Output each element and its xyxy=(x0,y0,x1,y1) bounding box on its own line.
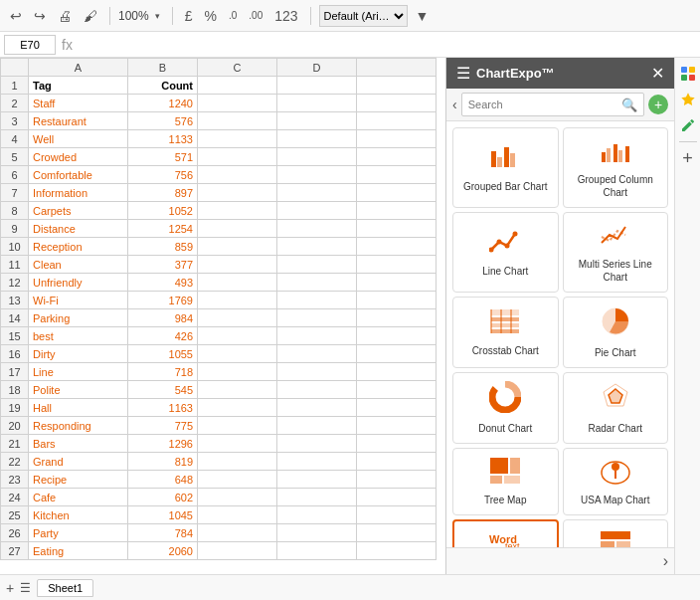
cell-empty[interactable] xyxy=(357,524,437,542)
cell-empty[interactable] xyxy=(198,327,277,345)
chart-item-partition[interactable]: Partition Chart xyxy=(563,519,669,547)
cell-empty[interactable] xyxy=(198,489,277,506)
cell-empty[interactable] xyxy=(277,345,357,363)
cell-empty[interactable] xyxy=(277,417,357,435)
cell-b[interactable]: 1052 xyxy=(128,202,198,220)
cell-a[interactable]: Eating xyxy=(29,542,128,560)
cell-b[interactable]: 1254 xyxy=(128,220,198,238)
panel-menu-btn[interactable]: ☰ xyxy=(456,64,470,83)
cell-a[interactable]: Bars xyxy=(29,435,128,453)
cell-empty[interactable] xyxy=(277,77,357,95)
chart-item-radar[interactable]: Radar Chart xyxy=(563,372,669,444)
cell-empty[interactable] xyxy=(357,417,437,435)
chart-item-treemap[interactable]: Tree Map xyxy=(452,448,559,515)
cell-empty[interactable] xyxy=(277,453,357,471)
cell-empty[interactable] xyxy=(198,148,277,166)
cell-empty[interactable] xyxy=(357,345,437,363)
cell-a[interactable]: Line xyxy=(29,363,128,381)
add-chart-btn[interactable]: + xyxy=(648,95,668,114)
cell-empty[interactable] xyxy=(357,309,437,327)
cell-b[interactable]: 1769 xyxy=(128,292,198,309)
cell-b[interactable]: 377 xyxy=(128,256,198,274)
currency-btn[interactable]: £ xyxy=(181,6,197,26)
cell-empty[interactable] xyxy=(357,471,437,489)
cell-a[interactable]: Cafe xyxy=(29,489,128,506)
sheet-tab[interactable]: Sheet1 xyxy=(37,579,93,597)
cell-b[interactable]: 1045 xyxy=(128,506,198,524)
cell-empty[interactable] xyxy=(357,381,437,399)
cell-empty[interactable] xyxy=(198,202,277,220)
cell-empty[interactable] xyxy=(198,399,277,417)
gs-pencil-icon-btn[interactable] xyxy=(676,113,700,137)
cell-empty[interactable] xyxy=(357,363,437,381)
cell-a[interactable]: Staff xyxy=(29,95,128,112)
search-input[interactable] xyxy=(468,99,617,110)
cell-b[interactable]: 756 xyxy=(128,166,198,184)
cell-empty[interactable] xyxy=(198,77,277,95)
cell-empty[interactable] xyxy=(277,489,357,506)
cell-empty[interactable] xyxy=(277,506,357,524)
cell-empty[interactable] xyxy=(277,112,357,130)
cell-empty[interactable] xyxy=(357,130,437,148)
cell-empty[interactable] xyxy=(357,292,437,309)
cell-empty[interactable] xyxy=(198,453,277,471)
cell-a[interactable]: Dirty xyxy=(29,345,128,363)
cell-b[interactable]: 2060 xyxy=(128,542,198,560)
cell-empty[interactable] xyxy=(357,506,437,524)
cell-empty[interactable] xyxy=(357,435,437,453)
cell-a[interactable]: Party xyxy=(29,524,128,542)
cell-a[interactable]: Distance xyxy=(29,220,128,238)
cell-b[interactable]: 602 xyxy=(128,489,198,506)
cell-empty[interactable] xyxy=(277,166,357,184)
cell-empty[interactable] xyxy=(277,381,357,399)
cell-a[interactable]: best xyxy=(29,327,128,345)
cell-b[interactable]: 1133 xyxy=(128,130,198,148)
chart-item-donut[interactable]: Donut Chart xyxy=(452,372,559,444)
cell-empty[interactable] xyxy=(277,327,357,345)
cell-empty[interactable] xyxy=(357,166,437,184)
cell-empty[interactable] xyxy=(277,130,357,148)
cell-empty[interactable] xyxy=(277,292,357,309)
format-number-btn[interactable]: 123 xyxy=(270,6,301,26)
cell-empty[interactable] xyxy=(277,95,357,112)
cell-empty[interactable] xyxy=(198,95,277,112)
cell-empty[interactable] xyxy=(357,112,437,130)
cell-b[interactable]: 426 xyxy=(128,327,198,345)
cell-empty[interactable] xyxy=(277,238,357,256)
cell-a[interactable]: Parking xyxy=(29,309,128,327)
cell-empty[interactable] xyxy=(357,453,437,471)
cell-empty[interactable] xyxy=(198,417,277,435)
undo-btn[interactable]: ↩ xyxy=(6,6,26,26)
chart-item-pie[interactable]: Pie Chart xyxy=(563,297,669,368)
more-btn[interactable]: ▼ xyxy=(412,6,434,26)
cell-empty[interactable] xyxy=(277,524,357,542)
cell-b[interactable]: 859 xyxy=(128,238,198,256)
cell-empty[interactable] xyxy=(198,130,277,148)
cell-a[interactable]: Tag xyxy=(29,77,128,95)
chart-item-word-cloud[interactable]: WordcloudtextWord Cloud Chart xyxy=(452,519,559,547)
gs-grid-icon-btn[interactable] xyxy=(676,62,700,86)
print-btn[interactable]: 🖨 xyxy=(54,6,76,26)
cell-empty[interactable] xyxy=(277,435,357,453)
cell-empty[interactable] xyxy=(198,292,277,309)
cell-empty[interactable] xyxy=(198,112,277,130)
cell-a[interactable]: Hall xyxy=(29,399,128,417)
cell-a[interactable]: Polite xyxy=(29,381,128,399)
cell-a[interactable]: Clean xyxy=(29,256,128,274)
cell-a[interactable]: Restaurant xyxy=(29,112,128,130)
cell-empty[interactable] xyxy=(277,184,357,202)
chart-item-crosstab[interactable]: Crosstab Chart xyxy=(452,297,559,368)
chart-item-grouped-column[interactable]: Grouped Column Chart xyxy=(563,127,669,208)
cell-b[interactable]: 1055 xyxy=(128,345,198,363)
chart-item-grouped-bar[interactable]: Grouped Bar Chart xyxy=(452,127,559,208)
cell-b[interactable]: 984 xyxy=(128,309,198,327)
cell-a[interactable]: Wi-Fi xyxy=(29,292,128,309)
formula-input[interactable] xyxy=(79,38,696,52)
col-header-c[interactable]: C xyxy=(198,59,277,77)
cell-a[interactable]: Information xyxy=(29,184,128,202)
add-sheet-btn[interactable]: + xyxy=(6,580,14,596)
cell-empty[interactable] xyxy=(277,471,357,489)
col-header-e[interactable] xyxy=(357,59,437,77)
col-header-d[interactable]: D xyxy=(277,59,357,77)
cell-empty[interactable] xyxy=(277,363,357,381)
